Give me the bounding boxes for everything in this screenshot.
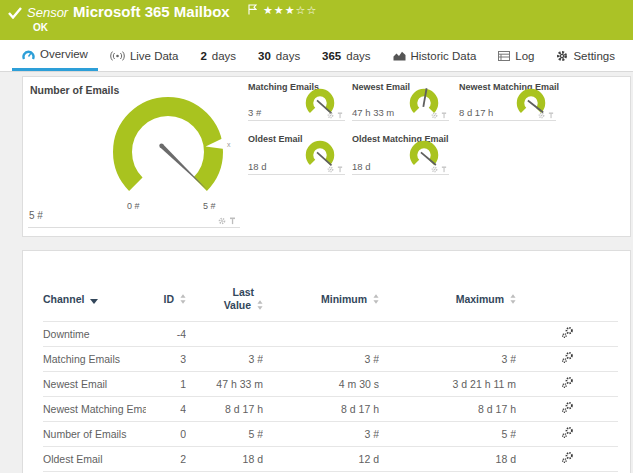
gauge-needle <box>160 144 208 190</box>
tab-label: days <box>276 50 300 62</box>
gear-icon[interactable] <box>431 166 438 173</box>
channel-last-value: 47 h 33 m <box>186 371 263 396</box>
sort-icon <box>373 294 379 304</box>
pin-icon[interactable] <box>441 166 447 173</box>
channel-last-value: 3 # <box>186 346 263 371</box>
tab-historic-data[interactable]: Historic Data <box>383 40 487 71</box>
log-list-icon <box>498 51 510 61</box>
edit-channel-gears-icon[interactable] <box>561 326 574 339</box>
channel-name[interactable]: Newest Email <box>43 371 146 396</box>
pin-icon[interactable] <box>229 217 236 225</box>
gauges-panel: Number of Emails x 0 # 5 # 5 # Matching … <box>22 76 631 237</box>
channel-minimum: 4 m 30 s <box>263 371 379 396</box>
channel-name[interactable]: Downtime <box>43 321 146 346</box>
channel-id: 2 <box>146 446 186 471</box>
gear-icon[interactable] <box>538 112 545 119</box>
gauge-cell-oldest-matching-email: Oldest Matching Email 18 d <box>352 134 449 175</box>
channel-id: 0 <box>146 421 186 446</box>
pin-icon[interactable] <box>337 112 343 119</box>
gauge: x <box>103 95 233 207</box>
channel-id: 1 <box>146 371 186 396</box>
gear-icon[interactable] <box>327 112 334 119</box>
gauge-cell-oldest-email: Oldest Email 18 d <box>248 134 345 175</box>
col-header-channel[interactable]: Channel <box>43 277 146 321</box>
channel-last-value: 18 d <box>186 446 263 471</box>
channel-id: 3 <box>146 346 186 371</box>
table-row: Oldest Email 2 18 d 12 d 18 d <box>43 446 618 471</box>
col-header-minimum[interactable]: Minimum <box>263 277 379 321</box>
col-header-last-value[interactable]: Last Value <box>186 277 263 321</box>
priority-stars[interactable]: ★★★☆☆ <box>263 4 317 17</box>
channel-minimum: 3 # <box>263 346 379 371</box>
channel-maximum: 3 # <box>379 346 516 371</box>
tab-label: Historic Data <box>411 50 477 62</box>
tab-bar: Overview Live Data 2 days 30 days 365 da… <box>0 40 633 72</box>
tab-2-days[interactable]: 2 days <box>190 40 246 71</box>
channel-maximum: 3 d 21 h 11 m <box>379 371 516 396</box>
live-signal-icon <box>110 51 125 61</box>
col-header-id[interactable]: ID <box>146 277 186 321</box>
object-kind-label: Sensor <box>27 5 68 20</box>
channel-id: -4 <box>146 321 186 346</box>
gauge-scale-max: 5 # <box>203 201 216 211</box>
tab-label: days <box>346 50 370 62</box>
gear-icon[interactable] <box>431 112 438 119</box>
tab-label: Log <box>515 50 534 62</box>
gauge-icon <box>22 49 35 60</box>
gauge-current-value: 5 # <box>29 210 43 221</box>
tab-live-data[interactable]: Live Data <box>100 40 189 71</box>
tab-overview[interactable]: Overview <box>12 40 98 71</box>
sort-icon <box>180 294 186 304</box>
gear-icon[interactable] <box>218 217 226 225</box>
gauge-cell-newest-email: Newest Email 47 h 33 m <box>352 82 449 121</box>
gauge-current-value: 8 d 17 h <box>459 107 493 118</box>
pin-icon[interactable] <box>441 112 447 119</box>
channel-name[interactable]: Oldest Email <box>43 446 146 471</box>
tab-label-number: 365 <box>322 50 341 62</box>
edit-channel-gears-icon[interactable] <box>561 401 574 414</box>
channel-minimum <box>263 321 379 346</box>
pin-icon[interactable] <box>548 112 554 119</box>
channel-maximum: 5 # <box>379 421 516 446</box>
channel-minimum: 12 d <box>263 446 379 471</box>
channel-maximum <box>379 321 516 346</box>
channel-id: 4 <box>146 396 186 421</box>
gauge-current-value: 3 # <box>248 107 261 118</box>
table-row: Newest Email 1 47 h 33 m 4 m 30 s 3 d 21… <box>43 371 618 396</box>
edit-channel-gears-icon[interactable] <box>561 351 574 364</box>
tab-30-days[interactable]: 30 days <box>248 40 310 71</box>
channels-panel: Channel ID Last Value <box>22 250 631 473</box>
table-header-row: Channel ID Last Value <box>43 277 618 321</box>
col-header-actions <box>516 277 618 321</box>
gauge-scale-min: 0 # <box>127 201 140 211</box>
edit-channel-gears-icon[interactable] <box>561 451 574 464</box>
flag-icon[interactable] <box>248 4 257 15</box>
channel-maximum: 18 d <box>379 446 516 471</box>
channel-name[interactable]: Matching Emails <box>43 346 146 371</box>
channel-name[interactable]: Number of Emails <box>43 421 146 446</box>
col-header-maximum[interactable]: Maximum <box>379 277 516 321</box>
edit-channel-gears-icon[interactable] <box>561 426 574 439</box>
tab-settings[interactable]: Settings <box>546 40 625 71</box>
gauge-current-value: 18 d <box>352 161 371 172</box>
pin-icon[interactable] <box>337 166 343 173</box>
sort-icon <box>257 300 263 310</box>
gauge-cell-number-of-emails: Number of Emails x 0 # 5 # 5 # <box>28 83 240 228</box>
area-chart-icon <box>393 51 406 61</box>
edit-channel-gears-icon[interactable] <box>561 376 574 389</box>
gear-icon <box>556 50 568 62</box>
gauge-title: Oldest Email <box>248 134 303 144</box>
gear-icon[interactable] <box>327 166 334 173</box>
channels-table: Channel ID Last Value <box>43 277 618 473</box>
tab-label: Live Data <box>130 50 179 62</box>
tab-365-days[interactable]: 365 days <box>312 40 380 71</box>
table-row: Newest Matching Email 4 8 d 17 h 8 d 17 … <box>43 396 618 421</box>
channel-name[interactable]: Newest Matching Email <box>43 396 146 421</box>
tab-log[interactable]: Log <box>488 40 544 71</box>
sort-desc-icon <box>90 299 98 304</box>
tab-label: Settings <box>573 50 615 62</box>
tab-label: Overview <box>40 48 88 60</box>
table-row: Matching Emails 3 3 # 3 # 3 # <box>43 346 618 371</box>
gauge-cell-matching-emails: Matching Emails 3 # <box>248 82 345 121</box>
table-row: Number of Emails 0 5 # 3 # 5 # <box>43 421 618 446</box>
